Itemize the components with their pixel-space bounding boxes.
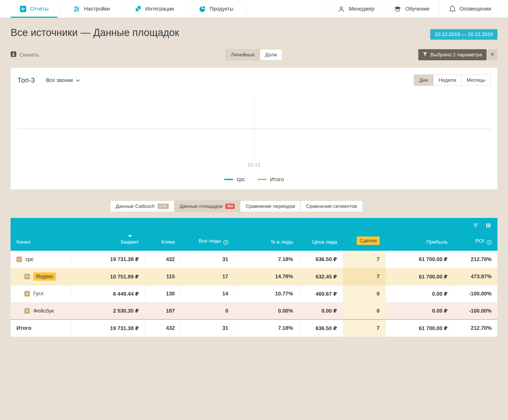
channel-cell: Яндекс: [11, 268, 71, 285]
funnel-icon: [423, 52, 427, 58]
col-header-leads-pct[interactable]: % в лиды: [234, 233, 299, 251]
report-table: Канал Бюджет Клики Все лиды % в лиды Цен…: [11, 218, 497, 337]
legend-item-cpc[interactable]: cpc: [224, 176, 245, 182]
roi-badge: ROI: [225, 204, 235, 209]
nav-tab-label: Отчеты: [30, 6, 48, 12]
tab-label: Данные Callouch: [116, 203, 155, 209]
period-days[interactable]: Дни: [414, 75, 433, 86]
leads-pct-cell: 0.00%: [234, 302, 299, 319]
lead-cost-cell: 636.50 ₽: [299, 319, 343, 337]
nav-tab-settings[interactable]: Настройки: [64, 0, 119, 18]
col-header-label: Бюджет: [121, 239, 139, 245]
help-icon[interactable]: [487, 240, 492, 245]
close-icon: [491, 52, 494, 57]
cpc-series-swatch: [224, 179, 233, 180]
clicks-cell: 187: [145, 302, 181, 319]
metric-dropdown-label: Все звонки: [46, 77, 73, 83]
download-icon: [11, 51, 16, 58]
report-toolbar: Скачать Линейные Доли Выбрано 2 параметр…: [0, 49, 508, 60]
view-mode-shares[interactable]: Доли: [260, 49, 282, 60]
sort-desc-icon[interactable]: [128, 235, 132, 237]
person-icon: [338, 5, 345, 13]
nav-tab-products[interactable]: Продукты: [190, 0, 242, 18]
budget-cell: 6 449.44 ₽: [71, 285, 145, 302]
chart-top-label: Топ-3: [17, 76, 35, 84]
period-weeks[interactable]: Недели: [433, 75, 461, 86]
nav-separator-dots-icon: [242, 0, 249, 18]
roi-cell: -100.00%: [453, 285, 497, 302]
nav-item-label: Менеджер: [349, 6, 374, 12]
deals-cell: 7: [343, 251, 385, 268]
channel-cell: cpc: [11, 251, 71, 268]
expand-row-icon[interactable]: [24, 291, 30, 296]
col-header-lead-cost[interactable]: Цена лида: [299, 233, 343, 251]
profit-cell: 61 700.00 ₽: [385, 268, 453, 285]
clicks-cell: 432: [145, 251, 181, 268]
nav-left-group: Отчеты Настройки Интеграции: [0, 0, 249, 18]
graduation-cap-icon: [394, 6, 402, 12]
roi-cell: 212.70%: [453, 319, 497, 337]
nav-separator-dots-icon: [183, 0, 190, 18]
col-header-label: ROI: [475, 238, 484, 244]
legend-label: Итого: [270, 176, 284, 182]
nav-tab-integrations[interactable]: Интеграции: [126, 0, 183, 18]
tab-label: Сравнение сегментов: [306, 203, 357, 209]
tab-segment-comparison[interactable]: Сравнение сегментов: [300, 200, 362, 212]
period-toggle: Дни Недели Месяцы: [414, 75, 491, 86]
roi-cell: 212.70%: [453, 251, 497, 268]
report-tabs: Данные Callouch LIVE Данные площадок ROI…: [11, 200, 497, 212]
leads-cell: 14: [181, 285, 234, 302]
filter-params-label: Выбрано 2 параметра: [430, 52, 482, 58]
col-header-deals[interactable]: Сделки: [343, 233, 385, 251]
channels-table: Канал Бюджет Клики Все лиды % в лиды Цен…: [11, 233, 497, 337]
roi-cell: 473.87%: [453, 268, 497, 285]
collapse-row-icon[interactable]: [16, 257, 22, 262]
expand-row-icon[interactable]: [24, 274, 30, 279]
channel-cell: Фейсбук: [11, 302, 71, 319]
table-row-cpc: cpc 19 731.38 ₽ 432 31 7.18% 636.50 ₽ 7 …: [11, 251, 497, 268]
col-header-budget[interactable]: Бюджет: [71, 233, 145, 251]
tab-platform-data[interactable]: Данные площадок ROI: [174, 200, 241, 212]
filter-params-button[interactable]: Выбрано 2 параметра: [418, 49, 487, 60]
legend-item-total[interactable]: Итого: [257, 176, 284, 182]
date-range-badge[interactable]: 10.12.2019 — 10.12.2019: [430, 29, 497, 40]
tab-period-comparison[interactable]: Сравнение периодов: [240, 200, 301, 212]
page-title: Все источники — Данные площадок: [11, 27, 179, 38]
sliders-icon: [73, 6, 80, 12]
tab-callouch-data[interactable]: Данные Callouch LIVE: [110, 200, 174, 212]
chart-header: Топ-3 Все звонки Дни Недели Месяцы: [11, 68, 497, 86]
table-columns-icon[interactable]: [486, 223, 491, 228]
col-header-channel[interactable]: Канал: [11, 233, 71, 251]
col-header-roi[interactable]: ROI: [453, 233, 497, 251]
channel-name: Яндекс: [33, 272, 56, 281]
chart-panel: Топ-3 Все звонки Дни Недели Месяцы 10.12…: [11, 68, 497, 189]
nav-item-manager[interactable]: Менеджер: [328, 0, 384, 18]
col-header-clicks[interactable]: Клики: [145, 233, 181, 251]
table-filter-icon[interactable]: [473, 223, 478, 227]
nav-separator-dots-icon: [57, 0, 64, 18]
metric-dropdown[interactable]: Все звонки: [46, 77, 80, 83]
download-button[interactable]: Скачать: [11, 51, 39, 58]
download-label: Скачать: [19, 52, 39, 58]
table-row-facebook: Фейсбук 2 530.35 ₽ 187 0 0.00% 0.00 ₽ 0 …: [11, 302, 497, 319]
col-header-leads[interactable]: Все лиды: [181, 233, 234, 251]
view-mode-linear[interactable]: Линейные: [226, 49, 260, 60]
app-screen: Отчеты Настройки Интеграции: [0, 0, 508, 420]
lead-cost-cell: 0.00 ₽: [299, 302, 343, 319]
leads-cell: 31: [181, 251, 234, 268]
period-months[interactable]: Месяцы: [461, 75, 491, 86]
channel-name: cpc: [25, 256, 34, 262]
deals-cell: 0: [343, 302, 385, 319]
tab-label: Данные площадок: [180, 203, 223, 209]
deals-cell: 7: [343, 268, 385, 285]
filter-clear-button[interactable]: [487, 49, 497, 60]
nav-item-education[interactable]: Обучение: [384, 0, 439, 18]
nav-item-alerts[interactable]: Оповещения: [439, 0, 501, 18]
help-icon[interactable]: [223, 240, 228, 245]
roi-cell: -100.00%: [453, 302, 497, 319]
leads-pct-cell: 7.18%: [234, 251, 299, 268]
col-header-profit[interactable]: Прибыль: [385, 233, 453, 251]
col-header-label: Все лиды: [199, 238, 221, 244]
expand-row-icon[interactable]: [24, 308, 30, 314]
nav-tab-reports[interactable]: Отчеты: [11, 0, 57, 18]
